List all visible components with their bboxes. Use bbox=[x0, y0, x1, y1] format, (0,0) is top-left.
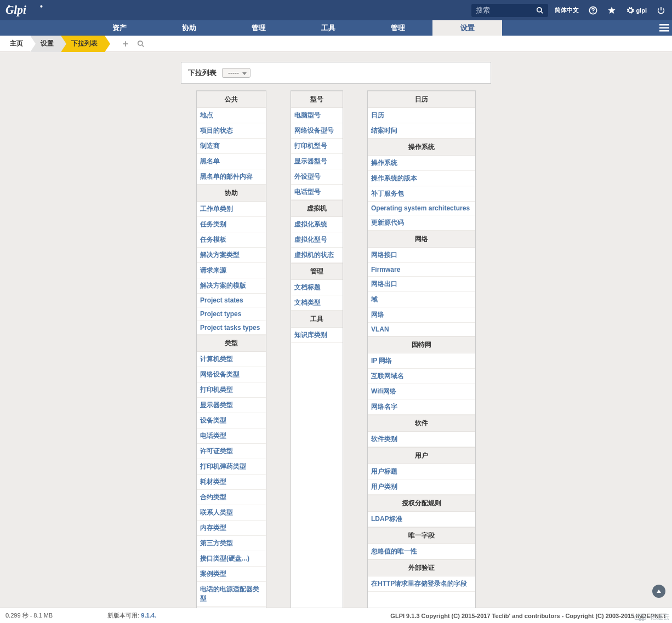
dropdown-link[interactable]: 设备类型 bbox=[197, 413, 266, 428]
dropdown-link[interactable]: 电话型号 bbox=[291, 185, 343, 200]
dropdown-link[interactable]: 内存类型 bbox=[197, 521, 266, 536]
dropdown-link[interactable]: 电脑型号 bbox=[291, 108, 343, 123]
search-button[interactable] bbox=[532, 7, 548, 14]
main-nav: 资产 协助 管理 工具 管理 设置 bbox=[0, 20, 672, 36]
dropdown-link[interactable]: 文档标题 bbox=[291, 280, 343, 295]
dropdown-link[interactable]: 第三方类型 bbox=[197, 536, 266, 551]
dropdown-link[interactable]: 虚拟机的状态 bbox=[291, 248, 343, 263]
dropdown-link[interactable]: 显示器型号 bbox=[291, 154, 343, 169]
svg-line-14 bbox=[142, 44, 144, 47]
bc-home[interactable]: 主页 bbox=[4, 36, 31, 52]
dropdown-link[interactable]: 域 bbox=[368, 292, 475, 307]
dropdown-link[interactable]: 网络出口 bbox=[368, 277, 475, 292]
dropdown-link[interactable]: 知识库类别 bbox=[291, 328, 343, 343]
dropdown-columns: 公共地点项目的状态制造商黑名单黑名单的邮件内容协助工作单类别任务类别任务模板解决… bbox=[0, 90, 672, 623]
dropdown-link[interactable]: 计算机类型 bbox=[197, 352, 266, 367]
dropdown-link[interactable]: IP 网络 bbox=[368, 353, 475, 369]
dropdown-link[interactable]: 忽略值的唯一性 bbox=[368, 544, 475, 559]
nav-assets[interactable]: 资产 bbox=[84, 20, 154, 36]
app-header: Glpi 简体中文 glpi bbox=[0, 0, 672, 20]
dropdown-link[interactable]: 耗材类型 bbox=[197, 475, 266, 490]
svg-point-13 bbox=[138, 41, 143, 45]
dropdown-link[interactable]: Wifi网络 bbox=[368, 384, 475, 399]
dropdown-link[interactable]: Operating system architectures bbox=[368, 202, 475, 215]
dropdown-link[interactable]: 网络设备型号 bbox=[291, 123, 343, 139]
dropdown-link[interactable]: 打印机型号 bbox=[291, 139, 343, 154]
dropdown-link[interactable]: 解决方案的模版 bbox=[197, 278, 266, 294]
scroll-top-button[interactable] bbox=[652, 585, 665, 598]
column-3: 日历日历结案时间操作系统操作系统操作系统的版本补丁服务包Operating sy… bbox=[367, 90, 476, 623]
footer-version: 新版本可用: 9.1.4. bbox=[107, 611, 156, 620]
dropdown-link[interactable]: 案例类型 bbox=[197, 567, 266, 582]
dropdown-link[interactable]: 更新源代码 bbox=[368, 215, 475, 231]
dropdown-link[interactable]: 虚拟化系统 bbox=[291, 217, 343, 232]
menu-icon[interactable] bbox=[657, 20, 672, 36]
dropdown-link[interactable]: VLAN bbox=[368, 323, 475, 336]
dropdown-link[interactable]: Project tasks types bbox=[197, 321, 266, 335]
dropdown-link[interactable]: 网络接口 bbox=[368, 248, 475, 263]
dropdown-link[interactable]: 打印机弹药类型 bbox=[197, 459, 266, 475]
gear-icon[interactable]: glpi bbox=[623, 6, 650, 15]
nav-settings[interactable]: 设置 bbox=[432, 20, 502, 36]
cloud-badge-text: 亿速云 bbox=[650, 613, 670, 622]
dropdown-link[interactable]: 联系人类型 bbox=[197, 505, 266, 521]
dropdown-link[interactable]: 项目的状态 bbox=[197, 123, 266, 139]
dropdown-link[interactable]: 在HTTP请求里存储登录名的字段 bbox=[368, 576, 475, 592]
dropdown-link[interactable]: Project states bbox=[197, 294, 266, 307]
dropdown-link[interactable]: 黑名单的邮件内容 bbox=[197, 169, 266, 185]
dropdown-link[interactable]: 打印机类型 bbox=[197, 382, 266, 398]
star-icon[interactable] bbox=[604, 6, 619, 15]
dropdown-link[interactable]: 解决方案类型 bbox=[197, 248, 266, 263]
dropdown-link[interactable]: 网络 bbox=[368, 307, 475, 323]
dropdown-link[interactable]: 用户标题 bbox=[368, 464, 475, 479]
add-icon[interactable] bbox=[122, 40, 129, 48]
dropdown-link[interactable]: 操作系统 bbox=[368, 156, 475, 171]
dropdown-link[interactable]: 电话的电源适配器类型 bbox=[197, 582, 266, 607]
dropdown-link[interactable]: 日历 bbox=[368, 108, 475, 123]
dropdown-link[interactable]: 虚拟化型号 bbox=[291, 232, 343, 248]
dropdown-link[interactable]: 显示器类型 bbox=[197, 398, 266, 413]
language-link[interactable]: 简体中文 bbox=[551, 6, 582, 14]
dropdown-link[interactable]: 电话类型 bbox=[197, 428, 266, 444]
nav-tools[interactable]: 工具 bbox=[293, 20, 363, 36]
section-head: 管理 bbox=[291, 263, 343, 280]
dropdown-link[interactable]: 黑名单 bbox=[197, 154, 266, 169]
dropdown-link[interactable]: Project types bbox=[197, 307, 266, 321]
dropdown-link[interactable]: 任务模板 bbox=[197, 232, 266, 248]
dropdown-link[interactable]: 任务类别 bbox=[197, 217, 266, 232]
dropdown-link[interactable]: 外设型号 bbox=[291, 169, 343, 185]
dropdown-link[interactable]: 网络名字 bbox=[368, 399, 475, 415]
svg-point-1 bbox=[8, 5, 10, 7]
dropdown-link[interactable]: 文档类型 bbox=[291, 295, 343, 311]
nav-manage2[interactable]: 管理 bbox=[363, 20, 432, 36]
dropdown-link[interactable]: 接口类型(硬盘...) bbox=[197, 551, 266, 567]
dropdown-link[interactable]: 合约类型 bbox=[197, 490, 266, 505]
dropdown-link[interactable]: 工作单类别 bbox=[197, 202, 266, 217]
help-icon[interactable] bbox=[585, 6, 601, 15]
nav-assist[interactable]: 协助 bbox=[154, 20, 224, 36]
dropdown-link[interactable]: 软件类别 bbox=[368, 432, 475, 447]
dropdown-link[interactable]: 制造商 bbox=[197, 139, 266, 154]
section-head: 软件 bbox=[368, 415, 475, 432]
dropdown-link[interactable]: 地点 bbox=[197, 108, 266, 123]
dropdown-link[interactable]: 补丁服务包 bbox=[368, 186, 475, 202]
svg-point-3 bbox=[537, 7, 542, 12]
search-page-icon[interactable] bbox=[137, 40, 145, 48]
footer-version-link[interactable]: 9.1.4. bbox=[141, 612, 156, 619]
search-input[interactable] bbox=[471, 6, 532, 14]
search-box bbox=[471, 4, 548, 17]
dropdown-link[interactable]: Firmware bbox=[368, 263, 475, 277]
power-icon[interactable] bbox=[653, 6, 669, 15]
dropdown-link[interactable]: 网络设备类型 bbox=[197, 367, 266, 382]
dropdown-link[interactable]: 结案时间 bbox=[368, 123, 475, 139]
dropdown-link[interactable]: 操作系统的版本 bbox=[368, 171, 475, 186]
filter-select[interactable]: ----- bbox=[222, 68, 250, 78]
dropdown-link[interactable]: 请求来源 bbox=[197, 263, 266, 278]
dropdown-link[interactable]: 用户类别 bbox=[368, 479, 475, 495]
svg-point-2 bbox=[40, 5, 42, 7]
nav-manage1[interactable]: 管理 bbox=[224, 20, 293, 36]
dropdown-link[interactable]: 许可证类型 bbox=[197, 444, 266, 459]
dropdown-link[interactable]: 互联网域名 bbox=[368, 369, 475, 384]
section-head: 类型 bbox=[197, 335, 266, 352]
dropdown-link[interactable]: LDAP标准 bbox=[368, 512, 475, 527]
